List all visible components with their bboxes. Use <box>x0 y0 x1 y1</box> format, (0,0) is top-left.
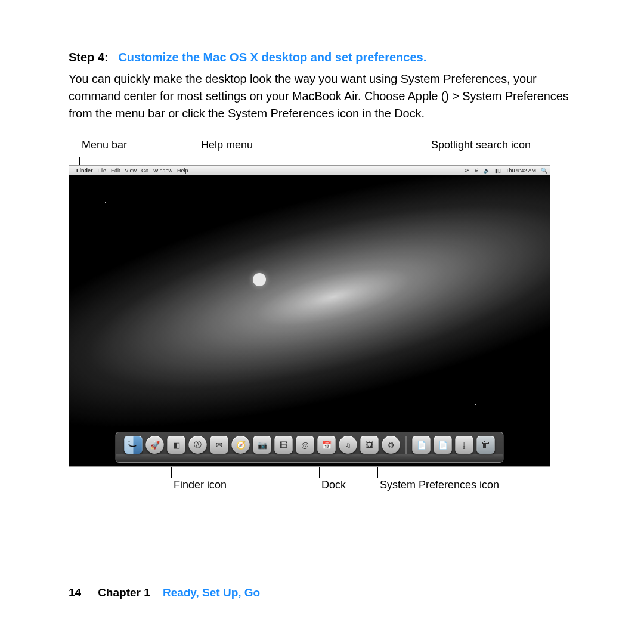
menu-bar[interactable]: Finder File Edit View Go Window Help ⟳ ⚟… <box>69 166 550 175</box>
ical-icon[interactable]: 📅 <box>318 436 336 454</box>
address-book-icon[interactable]: @ <box>296 436 314 454</box>
dock[interactable]: 🚀◧Ⓐ✉🧭📷🎞@📅♫🖼⚙ 📄📄⭳ <box>116 432 504 463</box>
chapter-label: Chapter 1 <box>98 586 150 599</box>
spotlight-icon[interactable]: 🔍 <box>541 168 547 174</box>
dock-separator <box>406 436 407 454</box>
chapter-title: Ready, Set Up, Go <box>163 586 260 599</box>
menu-window[interactable]: Window <box>153 168 172 174</box>
downloads-icon[interactable]: ⭳ <box>456 436 473 454</box>
menubar-clock[interactable]: Thu 9:42 AM <box>506 168 536 174</box>
menu-go[interactable]: Go <box>141 168 148 174</box>
menu-edit[interactable]: Edit <box>111 168 120 174</box>
battery-icon[interactable]: ▮▯ <box>495 168 501 174</box>
callout-menubar: Menu bar <box>82 139 127 151</box>
callout-finder: Finder icon <box>174 479 227 491</box>
bottom-callouts: Finder icon Dock System Preferences icon <box>69 467 575 493</box>
callout-sysprefs: System Preferences icon <box>380 479 499 491</box>
instruction-text: You can quickly make the desktop look th… <box>69 72 569 120</box>
volume-icon[interactable]: 🔈 <box>484 168 490 174</box>
document2-icon[interactable]: 📄 <box>434 436 452 454</box>
iphoto-icon[interactable]: 🖼 <box>361 436 379 454</box>
facetime-icon[interactable]: 📷 <box>253 436 271 454</box>
step-heading: Step 4: Customize the Mac OS X desktop a… <box>69 51 575 64</box>
trash-icon[interactable] <box>477 436 495 454</box>
itunes-icon[interactable]: ♫ <box>339 436 357 454</box>
wifi-icon[interactable]: ⚟ <box>474 168 479 174</box>
photo-booth-icon[interactable]: 🎞 <box>275 436 293 454</box>
app-store-icon[interactable]: Ⓐ <box>189 436 207 454</box>
step-prefix: Step 4: <box>69 51 109 64</box>
menubar-app[interactable]: Finder <box>76 168 93 174</box>
mail-icon[interactable]: ✉ <box>210 436 228 454</box>
mission-control-icon[interactable]: ◧ <box>168 436 185 454</box>
launchpad-icon[interactable]: 🚀 <box>146 436 164 454</box>
callout-helpmenu: Help menu <box>201 139 253 151</box>
finder-icon[interactable] <box>125 436 143 454</box>
menu-file[interactable]: File <box>98 168 107 174</box>
page-footer: 14 Chapter 1 Ready, Set Up, Go <box>69 586 260 599</box>
page-number: 14 <box>69 586 81 599</box>
wallpaper-galaxy <box>69 165 550 467</box>
desktop-screenshot: Finder File Edit View Go Window Help ⟳ ⚟… <box>69 165 550 467</box>
system-preferences-icon[interactable]: ⚙ <box>382 436 400 454</box>
top-callouts: Menu bar Help menu Spotlight search icon <box>69 139 575 165</box>
wallpaper-planet <box>253 273 266 286</box>
safari-icon[interactable]: 🧭 <box>232 436 250 454</box>
callout-spotlight: Spotlight search icon <box>431 139 531 151</box>
menu-view[interactable]: View <box>125 168 137 174</box>
sync-icon[interactable]: ⟳ <box>465 168 469 174</box>
step-title: Customize the Mac OS X desktop and set p… <box>118 51 426 64</box>
menu-help[interactable]: Help <box>177 168 188 174</box>
document-icon[interactable]: 📄 <box>413 436 431 454</box>
instruction-paragraph: You can quickly make the desktop look th… <box>69 70 575 122</box>
callout-dock: Dock <box>321 479 346 491</box>
